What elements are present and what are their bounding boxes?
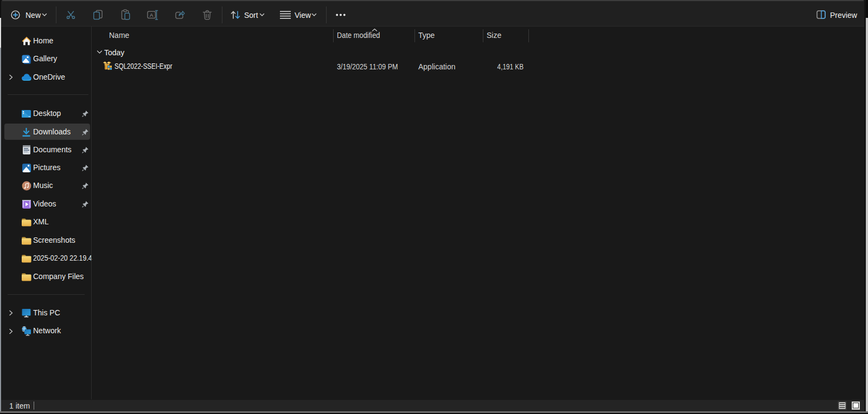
- svg-text:A: A: [150, 12, 154, 18]
